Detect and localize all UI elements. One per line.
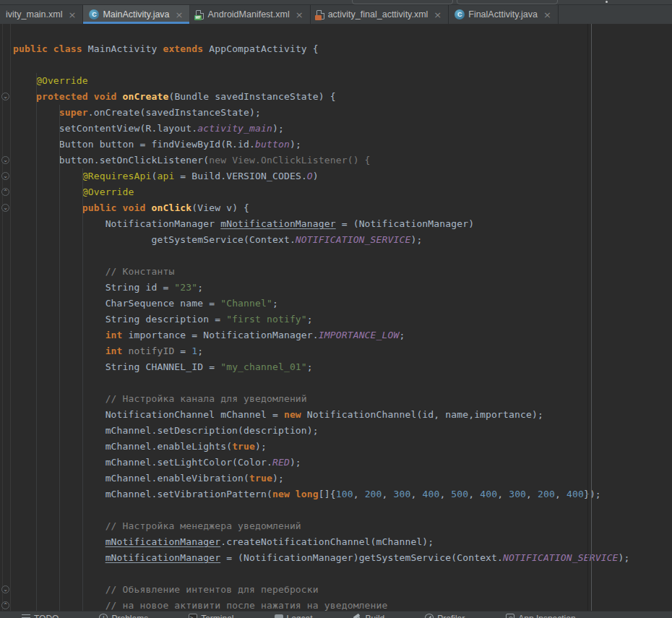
right-margin-guide-shadow <box>587 24 588 611</box>
code-line[interactable] <box>13 566 672 582</box>
tool-window-button-Terminal[interactable]: >_Terminal <box>189 614 233 618</box>
code-line[interactable]: // Настройка менеджера уведомлений <box>13 518 672 534</box>
tool-window-label: Build <box>366 614 385 618</box>
editor-tab-ivity_main.xml[interactable]: ivity_main.xml× <box>0 5 83 24</box>
close-icon[interactable]: × <box>434 10 441 20</box>
code-segment: ); <box>619 552 630 563</box>
code-line[interactable]: button.setOnClickListener(new View.OnCli… <box>13 153 672 168</box>
tool-window-button-TODO[interactable]: TODO <box>22 614 59 618</box>
code-segment: ; <box>307 314 313 325</box>
code-line[interactable]: // Константы <box>13 264 672 280</box>
code-line[interactable]: mChannel.enableLights(true); <box>13 439 672 455</box>
fold-marker-icon[interactable]: ⌃ <box>1 188 9 196</box>
tool-window-button-Problems[interactable]: !Problems <box>99 614 148 618</box>
code-line[interactable]: NotificationManager mNotificationManager… <box>13 216 672 232</box>
code-line[interactable]: @Override <box>13 73 672 89</box>
tool-window-button-App Inspection[interactable]: App Inspection <box>505 614 575 618</box>
fold-marker-icon[interactable]: ⌃ <box>1 601 9 609</box>
code-editor[interactable]: ⌄⌄⌄⌃⌄⌄⌃ public class MainActivity extend… <box>0 24 672 611</box>
code-segment: .createNotificationChannel(mChannel); <box>220 536 434 547</box>
code-segment: mChannel.setVibrationPattern( <box>13 489 272 499</box>
code-segment: 200 <box>365 489 382 499</box>
code-segment: = Build.VERSION_CODES. <box>174 171 306 181</box>
code-segment: "Channel" <box>220 298 272 309</box>
close-icon[interactable]: × <box>296 10 303 20</box>
code-line[interactable]: getSystemService(Context.NOTIFICATION_SE… <box>13 232 672 248</box>
close-icon[interactable]: × <box>543 10 551 20</box>
code-line[interactable]: super.onCreate(savedInstanceState); <box>13 105 672 121</box>
fold-marker-icon[interactable]: ⌄ <box>1 585 9 593</box>
code-line[interactable]: mChannel.setVibrationPattern(new long[]{… <box>13 486 672 502</box>
fold-marker-icon[interactable]: ⌄ <box>1 156 9 164</box>
code-line[interactable]: // на новое активити после нажатия на ув… <box>13 598 672 611</box>
code-segment: mNotificationManager <box>220 218 336 229</box>
code-line[interactable]: mNotificationManager = (NotificationMana… <box>13 550 672 566</box>
code-line[interactable]: CharSequence name = "Channel"; <box>13 296 672 312</box>
editor-tab-MainActivity.java[interactable]: CMainActivity.java× <box>83 5 190 24</box>
code-line[interactable] <box>13 57 672 73</box>
code-segment: mNotificationManager <box>105 536 221 547</box>
code-line[interactable]: int notifyID = 1; <box>13 343 672 359</box>
app-inspection-icon <box>506 614 514 618</box>
tool-window-button-Logcat[interactable]: Logcat <box>275 614 313 618</box>
code-segment: ; <box>197 346 203 356</box>
file-type-badge <box>315 15 322 20</box>
code-line[interactable]: mNotificationManager.createNotificationC… <box>13 534 672 550</box>
tab-label: activity_final_acttivity.xml <box>328 9 428 20</box>
profiler-icon <box>425 614 434 618</box>
close-icon[interactable]: × <box>69 10 77 20</box>
code-line[interactable]: mChannel.enableVibration(true); <box>13 471 672 486</box>
editor-tab-FinalActtivity.java[interactable]: CFinalActtivity.java× <box>449 5 559 24</box>
indent-guide <box>36 73 37 611</box>
android-studio-window: ivity_main.xml×CMainActivity.java×MFAndr… <box>0 0 672 618</box>
code-line[interactable]: // Настройка канала для уведомлений <box>13 391 672 407</box>
code-segment: CharSequence name = <box>13 298 220 309</box>
code-line[interactable]: Button button = findViewById(R.id.button… <box>13 137 672 153</box>
code-line[interactable]: @RequiresApi(api = Build.VERSION_CODES.O… <box>13 168 672 184</box>
code-line[interactable]: protected void onCreate(Bundle savedInst… <box>13 89 672 105</box>
fold-marker-icon[interactable]: ⌄ <box>1 204 9 212</box>
code-line[interactable]: @Override <box>13 184 672 200</box>
editor-tab-activity_final_acttivity.xml[interactable]: activity_final_acttivity.xml× <box>311 5 449 24</box>
code-segment <box>13 75 36 86</box>
code-segment: int <box>105 346 129 356</box>
java-class-icon: C <box>455 9 465 20</box>
code-segment: ); <box>272 123 284 134</box>
tool-window-button-Profiler[interactable]: Profiler <box>425 614 465 618</box>
code-line[interactable]: NotificationChannel mChannel = new Notif… <box>13 407 672 423</box>
code-segment: // Константы <box>105 266 175 277</box>
xml-file-icon <box>316 10 324 20</box>
fold-marker-icon[interactable]: ⌄ <box>1 172 9 180</box>
code-line[interactable]: String id = "23"; <box>13 280 672 296</box>
code-line[interactable]: String CHANNEL_ID = "my_channel_01"; <box>13 359 672 375</box>
code-segment: importance = NotificationManager. <box>129 330 319 340</box>
code-segment: getSystemService(Context. <box>13 234 296 245</box>
code-segment: String CHANNEL_ID = <box>13 361 220 372</box>
code-area[interactable]: public class MainActivity extends AppCom… <box>12 24 672 611</box>
code-line[interactable]: String description = "first notify"; <box>13 312 672 327</box>
fold-marker-icon[interactable]: ⌄ <box>1 93 9 100</box>
code-segment: "23" <box>174 282 197 293</box>
code-line[interactable] <box>13 248 672 264</box>
tool-window-label: Terminal <box>201 614 233 618</box>
code-segment: "first notify" <box>226 314 307 325</box>
code-line[interactable] <box>13 502 672 518</box>
code-line[interactable]: public class MainActivity extends AppCom… <box>13 41 672 57</box>
code-segment: true <box>249 473 272 484</box>
code-segment: mChannel.enableVibration( <box>13 473 249 484</box>
code-segment: activity_main <box>197 123 272 134</box>
editor-tab-AndroidManifest.xml[interactable]: MFAndroidManifest.xml× <box>190 5 310 24</box>
code-line[interactable]: public void onClick(View v) { <box>13 200 672 216</box>
code-segment: String id = <box>13 282 174 293</box>
code-segment: , <box>526 489 538 499</box>
code-line[interactable] <box>13 375 672 391</box>
code-line[interactable]: // Обьявление интентов для переброски <box>13 582 672 598</box>
code-line[interactable]: mChannel.setLightColor(Color.RED); <box>13 455 672 471</box>
tool-window-button-Build[interactable]: Build <box>353 614 385 618</box>
close-icon[interactable]: × <box>176 10 184 20</box>
code-line[interactable]: setContentView(R.layout.activity_main); <box>13 121 672 137</box>
code-line[interactable]: int importance = NotificationManager.IMP… <box>13 327 672 343</box>
code-line[interactable]: mChannel.setDescription(description); <box>13 423 672 439</box>
code-segment: , <box>410 489 422 499</box>
code-segment: MainActivity <box>88 43 163 54</box>
